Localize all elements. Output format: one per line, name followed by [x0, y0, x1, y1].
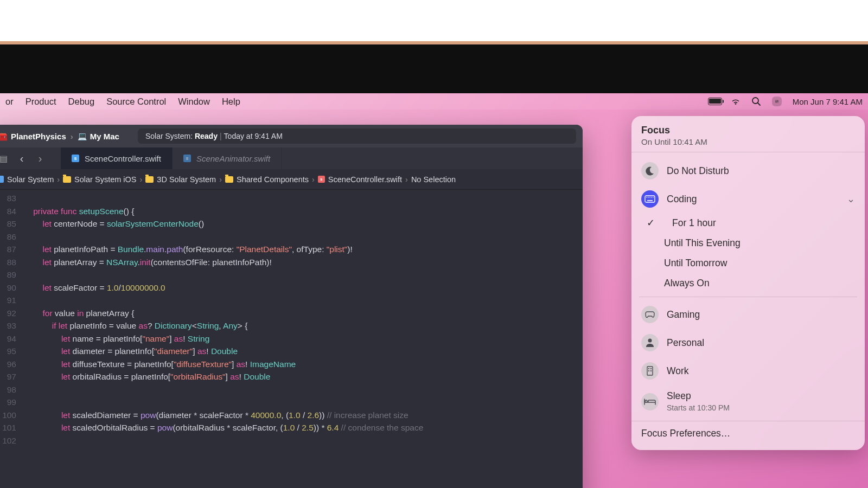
line-number: 97 — [0, 370, 24, 383]
scheme-selector[interactable]: 🧰 PlanetPhysics › 💻 My Mac — [0, 131, 119, 142]
svg-rect-18 — [650, 370, 652, 371]
line-number: 101 — [0, 421, 24, 434]
focus-mode-work[interactable]: Work — [631, 357, 865, 385]
focus-duration-1hour[interactable]: ✓For 1 hour — [631, 213, 865, 233]
focus-mode-sleep[interactable]: SleepStarts at 10:30 PM — [631, 385, 865, 419]
breadcrumb-item[interactable]: Shared Components — [237, 175, 309, 184]
person-icon — [641, 334, 659, 351]
code-line[interactable]: 99 — [0, 396, 583, 409]
breadcrumb-item[interactable]: Solar System — [7, 175, 54, 184]
code-line[interactable]: 90 let scaleFactor = 1.0/10000000.0 — [0, 281, 583, 294]
svg-rect-4 — [775, 101, 778, 102]
focus-mode-coding[interactable]: Coding ⌄ — [631, 185, 865, 213]
breadcrumb-item[interactable]: SceneController.swift — [328, 175, 402, 184]
controller-icon — [641, 306, 659, 323]
code-line[interactable]: 89 — [0, 268, 583, 281]
code-content[interactable]: let scaledOrbitalRadius = pow(orbitalRad… — [24, 421, 423, 434]
nav-forward-button[interactable]: › — [34, 152, 47, 165]
svg-point-5 — [776, 102, 776, 102]
wifi-icon[interactable] — [731, 97, 741, 106]
code-content[interactable]: let name = planetInfo["name"] as! String — [24, 332, 209, 345]
code-line[interactable]: 97 let orbitalRadius = planetInfo["orbit… — [0, 370, 583, 383]
tab-label: SceneController.swift — [85, 154, 161, 163]
control-center-icon[interactable] — [772, 97, 782, 106]
breadcrumb-item[interactable]: Solar System iOS — [74, 175, 136, 184]
svg-point-8 — [646, 197, 647, 198]
menu-item-product[interactable]: Product — [25, 97, 56, 107]
code-line[interactable]: 91 — [0, 294, 583, 307]
code-line[interactable]: 96 let diffuseTexture = planetInfo["diff… — [0, 358, 583, 371]
line-number: 100 — [0, 409, 24, 422]
focus-popover: Focus On Until 10:41 AM Do Not Disturb C… — [631, 116, 865, 450]
code-line[interactable]: 85 let centerNode = solarSystemCenterNod… — [0, 217, 583, 230]
code-line[interactable]: 83 — [0, 192, 583, 205]
code-line[interactable]: 92 for value in planetArray { — [0, 307, 583, 320]
bed-icon — [641, 393, 659, 410]
nav-back-button[interactable]: ‹ — [15, 152, 28, 165]
xcode-window: 🧰 PlanetPhysics › 💻 My Mac Solar System:… — [0, 125, 583, 488]
code-line[interactable]: 101 let scaledOrbitalRadius = pow(orbita… — [0, 421, 583, 434]
folder-icon — [63, 176, 71, 183]
moon-icon — [641, 162, 659, 179]
code-content[interactable]: let planetArray = NSArray.init(contentsO… — [24, 256, 272, 269]
code-line[interactable]: 87 let planetInfoPath = Bundle.main.path… — [0, 243, 583, 256]
menu-item-debug[interactable]: Debug — [68, 97, 95, 107]
battery-icon[interactable] — [710, 97, 720, 106]
breadcrumb-item[interactable]: No Selection — [411, 175, 456, 184]
menu-item-truncated[interactable]: or — [5, 97, 14, 107]
line-number: 91 — [0, 294, 24, 307]
line-number: 99 — [0, 396, 24, 409]
focus-preferences-link[interactable]: Focus Preferences… — [631, 421, 865, 446]
code-content[interactable]: private func setupScene() { — [24, 205, 134, 218]
code-line[interactable]: 98 — [0, 383, 583, 396]
related-items-icon[interactable]: ▤ — [0, 153, 10, 164]
code-line[interactable]: 93 if let planetInfo = value as? Diction… — [0, 319, 583, 332]
jump-bar[interactable]: Solar System› Solar System iOS› 3D Solar… — [0, 169, 583, 190]
code-line[interactable]: 95 let diameter = planetInfo["diameter"]… — [0, 345, 583, 358]
line-number: 87 — [0, 243, 24, 256]
focus-mode-dnd[interactable]: Do Not Disturb — [631, 157, 865, 185]
tab-scene-animator[interactable]: s SceneAnimator.swift — [173, 147, 282, 169]
menu-item-help[interactable]: Help — [222, 97, 240, 107]
code-line[interactable]: 102 — [0, 434, 583, 447]
code-content[interactable]: let planetInfoPath = Bundle.main.path(fo… — [24, 243, 353, 256]
breadcrumb-item[interactable]: 3D Solar System — [157, 175, 216, 184]
code-content[interactable]: let diffuseTexture = planetInfo["diffuse… — [24, 358, 296, 371]
focus-duration-tomorrow[interactable]: Until Tomorrow — [631, 253, 865, 273]
line-number: 96 — [0, 358, 24, 371]
code-line[interactable]: 84 private func setupScene() { — [0, 205, 583, 218]
line-number: 88 — [0, 256, 24, 269]
focus-mode-label: Do Not Disturb — [667, 165, 855, 177]
code-content[interactable]: let diameter = planetInfo["diameter"] as… — [24, 345, 238, 358]
focus-mode-gaming[interactable]: Gaming — [631, 300, 865, 329]
svg-rect-6 — [645, 196, 655, 202]
keyboard-icon — [641, 190, 659, 208]
code-editor[interactable]: 8384 private func setupScene() {85 let c… — [0, 190, 583, 449]
code-content[interactable]: let orbitalRadius = planetInfo["orbitalR… — [24, 370, 270, 383]
focus-duration-evening[interactable]: Until This Evening — [631, 233, 865, 253]
svg-rect-14 — [647, 367, 653, 375]
code-content[interactable]: let centerNode = solarSystemCenterNode() — [24, 217, 204, 230]
menu-item-window[interactable]: Window — [178, 97, 210, 107]
code-content[interactable]: for value in planetArray { — [24, 307, 134, 320]
code-line[interactable]: 100 let scaledDiameter = pow(diameter * … — [0, 409, 583, 422]
code-line[interactable]: 88 let planetArray = NSArray.init(conten… — [0, 256, 583, 269]
xcode-toolbar: 🧰 PlanetPhysics › 💻 My Mac Solar System:… — [0, 125, 583, 147]
svg-point-11 — [651, 197, 652, 198]
code-content[interactable]: let scaledDiameter = pow(diameter * scal… — [24, 409, 409, 422]
menu-item-source-control[interactable]: Source Control — [106, 97, 166, 107]
code-line[interactable]: 86 — [0, 230, 583, 243]
focus-duration-always[interactable]: Always On — [631, 273, 865, 293]
clock[interactable]: Mon Jun 7 9:41 AM — [793, 97, 863, 106]
focus-mode-personal[interactable]: Personal — [631, 329, 865, 357]
duration-label: Until Tomorrow — [664, 258, 727, 269]
activity-status: Solar System: Ready|Today at 9:41 AM — [138, 129, 576, 144]
code-line[interactable]: 94 let name = planetInfo["name"] as! Str… — [0, 332, 583, 345]
svg-rect-15 — [648, 368, 649, 369]
focus-mode-label: Coding — [667, 194, 839, 205]
code-content[interactable]: let scaleFactor = 1.0/10000000.0 — [24, 281, 165, 294]
laptop-outer-frame: or Product Debug Source Control Window H… — [0, 41, 868, 488]
spotlight-icon[interactable] — [751, 97, 761, 106]
tab-scene-controller[interactable]: s SceneController.swift — [61, 147, 173, 169]
code-content[interactable]: if let planetInfo = value as? Dictionary… — [24, 319, 247, 332]
